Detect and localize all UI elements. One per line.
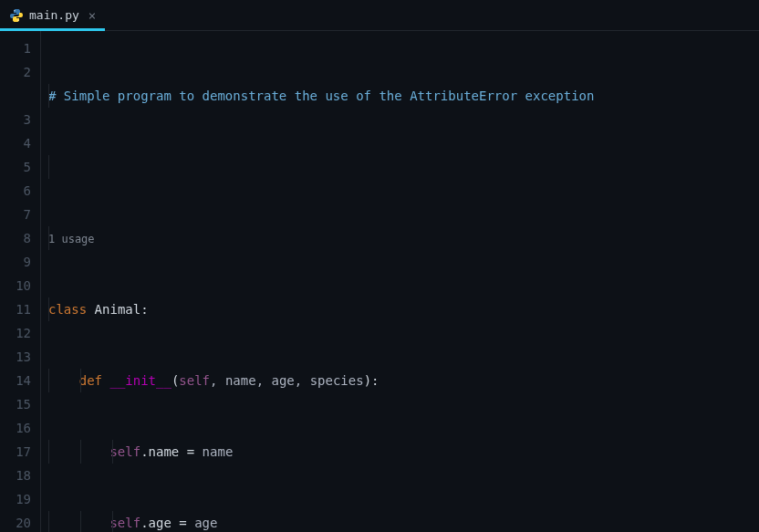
line-number: 17: [0, 440, 31, 464]
line-number: 9: [0, 250, 31, 274]
line-number: 11: [0, 297, 31, 321]
method-name: __init__: [109, 373, 171, 388]
comment-text: # Simple program to demonstrate the use …: [48, 89, 594, 103]
line-number: 7: [0, 203, 31, 226]
line-number: 15: [0, 392, 31, 416]
line-number: [0, 84, 31, 108]
svg-point-1: [17, 19, 18, 20]
line-number: 12: [0, 321, 31, 345]
line-number: 2: [0, 60, 31, 84]
tab-bar: main.py ×: [0, 0, 759, 31]
line-number: 13: [0, 345, 31, 369]
tab-main-py[interactable]: main.py ×: [0, 0, 105, 30]
code-area[interactable]: # Simple program to demonstrate the use …: [40, 31, 759, 532]
line-number: 3: [0, 108, 31, 131]
line-number: 1: [0, 37, 31, 60]
keyword-class: class: [48, 302, 87, 317]
code-line[interactable]: def __init__(self, name, age, species):: [48, 369, 759, 392]
code-line[interactable]: class Animal:: [48, 297, 759, 321]
line-number: 20: [0, 511, 31, 532]
line-number: 19: [0, 487, 31, 511]
line-number: 8: [0, 226, 31, 250]
code-line[interactable]: self.age = age: [48, 511, 759, 532]
line-number: 4: [0, 131, 31, 155]
inlay-hint-line[interactable]: 1 usage: [48, 226, 759, 250]
line-number: 18: [0, 464, 31, 487]
code-line[interactable]: self.name = name: [48, 440, 759, 464]
line-number: 6: [0, 179, 31, 203]
class-name: Animal: [95, 302, 141, 317]
line-number: 10: [0, 274, 31, 297]
close-icon[interactable]: ×: [88, 8, 96, 23]
svg-point-0: [14, 10, 15, 11]
tab-title: main.py: [29, 8, 79, 22]
keyword-def: def: [79, 373, 102, 388]
line-number: 14: [0, 369, 31, 392]
usages-hint[interactable]: 1 usage: [48, 233, 95, 245]
python-file-icon: [9, 8, 24, 23]
line-number: 16: [0, 416, 31, 440]
code-line[interactable]: [48, 155, 759, 179]
line-number: 5: [0, 155, 31, 179]
line-number-gutter: 1 2 3 4 5 6 7 8 9 10 11 12 13 14 15 16 1…: [0, 31, 40, 532]
editor: 1 2 3 4 5 6 7 8 9 10 11 12 13 14 15 16 1…: [0, 31, 759, 532]
code-line[interactable]: # Simple program to demonstrate the use …: [48, 84, 759, 108]
